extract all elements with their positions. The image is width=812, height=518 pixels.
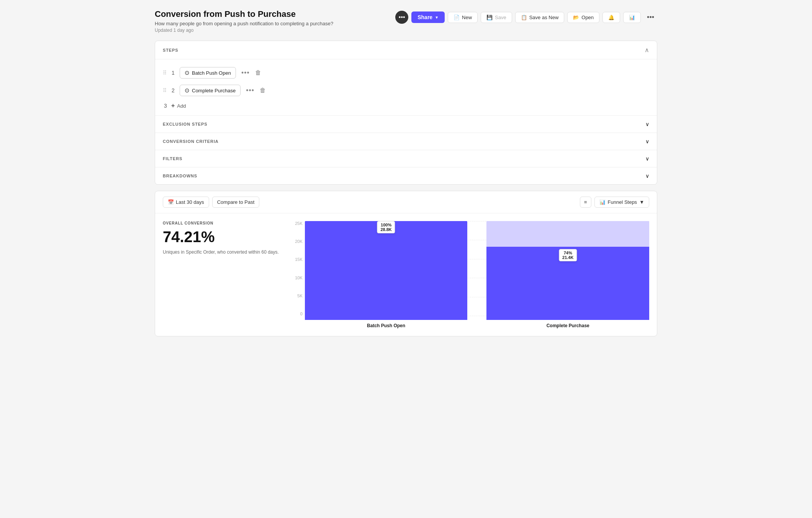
- step-row-2: ⠿ 2 ⊙ Complete Purchase ••• 🗑: [163, 82, 649, 99]
- conversion-criteria-title: CONVERSION CRITERIA: [163, 139, 219, 144]
- bar1-count: 28.8K: [380, 227, 391, 232]
- step-delete-1[interactable]: 🗑: [255, 69, 261, 76]
- more-icon: •••: [647, 13, 654, 21]
- drag-handle-2[interactable]: ⠿: [163, 87, 167, 93]
- chart-icon: 📊: [629, 15, 635, 20]
- save-as-new-button[interactable]: 📋 Save as New: [515, 12, 565, 23]
- add-step-row: 3 + Add: [163, 99, 649, 109]
- chart-content: OVERALL CONVERSION 74.21% Uniques in Spe…: [155, 213, 657, 336]
- filters-title: FILTERS: [163, 156, 182, 161]
- header-left: Conversion from Push to Purchase How man…: [155, 9, 333, 33]
- step-delete-2[interactable]: 🗑: [260, 87, 266, 94]
- step-num-3: 3: [163, 103, 168, 109]
- conversion-criteria-section[interactable]: CONVERSION CRITERIA ∨: [155, 133, 657, 150]
- bar1-label: Batch Push Open: [367, 323, 405, 328]
- share-button[interactable]: Share ▼: [411, 11, 445, 23]
- step-num-2: 2: [170, 87, 176, 93]
- more-options-button[interactable]: •••: [644, 12, 657, 23]
- filters-section[interactable]: FILTERS ∨: [155, 150, 657, 167]
- new-button[interactable]: 📄 New: [448, 12, 478, 23]
- steps-collapse-icon: ∧: [645, 46, 649, 54]
- step-tag-1[interactable]: ⊙ Batch Push Open: [180, 67, 236, 79]
- filter-icon: ≡: [584, 199, 587, 205]
- bar-chart: 0 5K 10K 15K 20K 25K: [290, 221, 649, 328]
- chevron-down-icon: ▼: [435, 15, 439, 20]
- page-title: Conversion from Push to Purchase: [155, 9, 333, 19]
- drag-handle-1[interactable]: ⠿: [163, 70, 167, 76]
- exclusion-steps-section[interactable]: EXCLUSION STEPS ∨: [155, 115, 657, 133]
- new-icon: 📄: [453, 15, 460, 20]
- conversion-criteria-chevron-icon: ∨: [645, 138, 649, 144]
- ellipsis-icon: •••: [399, 14, 405, 21]
- plus-icon: +: [171, 102, 175, 109]
- bell-icon: 🔔: [608, 15, 614, 20]
- bar2-faded: [486, 221, 649, 247]
- bar-groups: 100% 28.8K Batch Push Open: [305, 221, 649, 328]
- conversion-description: Uniques in Specific Order, who converted…: [163, 249, 279, 256]
- avatar-button[interactable]: •••: [395, 11, 408, 24]
- step-num-1: 1: [170, 70, 176, 76]
- compare-label: Compare to Past: [217, 199, 255, 205]
- bar2-count: 21.4K: [562, 255, 573, 260]
- breakdowns-section[interactable]: BREAKDOWNS ∨: [155, 167, 657, 184]
- notification-button[interactable]: 🔔: [602, 12, 620, 23]
- bars-container: 100% 28.8K Batch Push Open: [305, 221, 649, 328]
- bar2-fill-area: [486, 221, 649, 320]
- bar-group-1: 100% 28.8K Batch Push Open: [305, 221, 468, 328]
- bar-group-2: 74% 21.4K Complete Purchase: [486, 221, 649, 328]
- date-filter-label: Last 30 days: [176, 199, 204, 205]
- share-label: Share: [417, 14, 432, 20]
- bar2-tooltip: 74% 21.4K: [559, 249, 577, 261]
- step-options-1[interactable]: •••: [241, 69, 250, 77]
- overall-conversion: OVERALL CONVERSION 74.21% Uniques in Spe…: [163, 221, 279, 328]
- compare-button[interactable]: Compare to Past: [212, 197, 260, 208]
- chart-toolbar: 📅 Last 30 days Compare to Past ≡ 📊 Funne…: [155, 191, 657, 213]
- step-icon-1: ⊙: [185, 69, 190, 76]
- step-options-2[interactable]: •••: [246, 87, 254, 95]
- open-icon: 📂: [573, 15, 579, 20]
- chart-toolbar-left: 📅 Last 30 days Compare to Past: [163, 197, 259, 208]
- bar1-tooltip: 100% 28.8K: [377, 221, 395, 233]
- y-label-5k: 5K: [290, 293, 303, 298]
- save-button[interactable]: 💾 Save: [481, 12, 512, 23]
- save-icon: 💾: [486, 15, 493, 20]
- filters-chevron-icon: ∨: [645, 156, 649, 162]
- chart-icon-button[interactable]: 📊: [623, 12, 641, 23]
- step-label-2: Complete Purchase: [192, 88, 236, 93]
- steps-body: ⠿ 1 ⊙ Batch Push Open ••• 🗑 ⠿ 2 ⊙ Comple…: [155, 59, 657, 115]
- header-toolbar: ••• Share ▼ 📄 New 💾 Save 📋 Save as New 📂…: [395, 11, 657, 24]
- filter-icon-button[interactable]: ≡: [580, 197, 591, 208]
- page-header: Conversion from Push to Purchase How man…: [155, 9, 657, 33]
- date-filter-button[interactable]: 📅 Last 30 days: [163, 197, 209, 208]
- step-icon-2: ⊙: [185, 87, 190, 94]
- step-row-1: ⠿ 1 ⊙ Batch Push Open ••• 🗑: [163, 64, 649, 82]
- calendar-icon: 📅: [168, 199, 174, 205]
- exclusion-chevron-icon: ∨: [645, 121, 649, 127]
- add-step-button[interactable]: + Add: [171, 102, 186, 109]
- conversion-percentage: 74.21%: [163, 228, 279, 246]
- step-tag-2[interactable]: ⊙ Complete Purchase: [180, 85, 241, 96]
- bar2-label: Complete Purchase: [547, 323, 589, 328]
- save-as-icon: 📋: [521, 15, 527, 20]
- overall-conversion-label: OVERALL CONVERSION: [163, 221, 279, 225]
- steps-title: STEPS: [163, 48, 178, 52]
- breakdowns-chevron-icon: ∨: [645, 173, 649, 179]
- y-label-20k: 20K: [290, 239, 303, 244]
- y-label-10k: 10K: [290, 275, 303, 280]
- page-subtitle: How many people go from opening a push n…: [155, 21, 333, 26]
- bar2-pct: 74%: [562, 251, 573, 255]
- chart-toolbar-right: ≡ 📊 Funnel Steps ▼: [580, 197, 649, 208]
- y-label-25k: 25K: [290, 221, 303, 226]
- funnel-steps-button[interactable]: 📊 Funnel Steps ▼: [594, 197, 649, 208]
- bar-chart-icon: 📊: [599, 199, 606, 205]
- steps-section-header[interactable]: STEPS ∧: [155, 41, 657, 59]
- bar1-pct: 100%: [380, 223, 391, 227]
- funnel-chevron-icon: ▼: [639, 199, 644, 205]
- steps-card: STEPS ∧ ⠿ 1 ⊙ Batch Push Open ••• 🗑 ⠿ 2: [155, 41, 657, 185]
- open-button[interactable]: 📂 Open: [567, 12, 599, 23]
- last-updated: Updated 1 day ago: [155, 28, 333, 33]
- breakdowns-title: BREAKDOWNS: [163, 174, 197, 178]
- y-label-0: 0: [290, 311, 303, 316]
- funnel-steps-label: Funnel Steps: [608, 199, 637, 205]
- chart-card: 📅 Last 30 days Compare to Past ≡ 📊 Funne…: [155, 191, 657, 336]
